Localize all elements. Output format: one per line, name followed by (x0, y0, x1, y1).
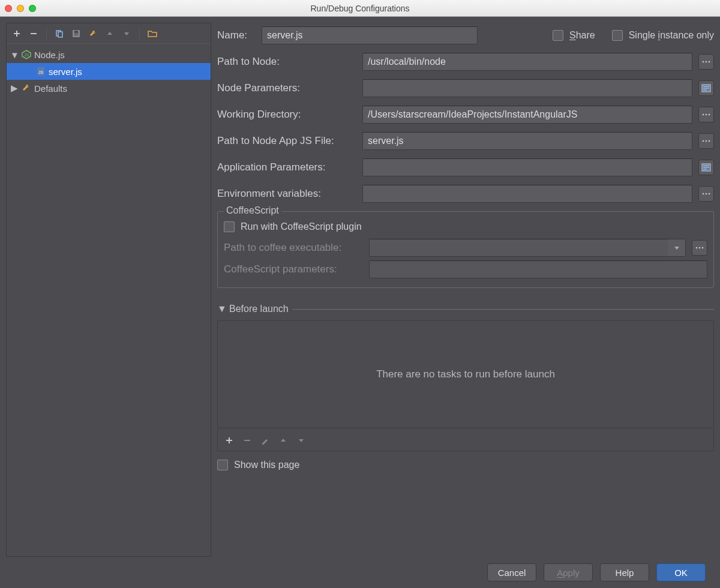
app-js-label: Path to Node App JS File: (217, 135, 356, 147)
separator (139, 28, 140, 39)
single-instance-checkbox[interactable] (612, 30, 623, 41)
coffee-params-label: CoffeeScript parameters: (224, 263, 363, 275)
titlebar: Run/Debug Configurations (0, 0, 720, 17)
node-parameters-input[interactable] (362, 79, 692, 97)
config-panel: Name: Share Single instance only Path to… (217, 23, 714, 557)
browse-button[interactable] (698, 107, 714, 122)
share-checkbox[interactable] (553, 30, 563, 41)
add-icon[interactable] (224, 435, 235, 446)
coffee-path-label: Path to coffee executable: (224, 242, 363, 254)
env-vars-input[interactable] (362, 185, 692, 203)
show-page-checkbox[interactable] (217, 460, 228, 470)
working-dir-label: Working Directory: (217, 109, 356, 121)
coffee-path-combo[interactable] (369, 239, 686, 257)
separator (46, 28, 47, 39)
env-vars-label: Environment variables: (217, 188, 356, 200)
svg-point-15 (703, 140, 704, 142)
node-parameters-label: Node Parameters: (217, 82, 356, 94)
svg-rect-3 (74, 31, 78, 33)
svg-rect-1 (58, 32, 62, 37)
remove-icon[interactable] (242, 435, 253, 446)
svg-point-22 (696, 247, 698, 249)
svg-point-8 (703, 61, 704, 63)
folder-icon[interactable] (146, 27, 159, 40)
env-vars-row: Environment variables: (217, 181, 714, 206)
wrench-icon[interactable] (86, 27, 100, 40)
ok-button[interactable]: OK (656, 563, 706, 581)
rule (292, 309, 714, 310)
sidebar: ▼ JS Node.js JS server.js ▶ Defaults (6, 23, 211, 557)
help-button[interactable]: Help (600, 563, 649, 581)
browse-button[interactable] (698, 186, 714, 202)
app-js-input[interactable] (362, 132, 692, 150)
browse-button[interactable] (692, 240, 707, 256)
coffee-params-input[interactable] (369, 260, 707, 278)
browse-button[interactable] (698, 133, 714, 149)
name-row: Name: Share Single instance only (217, 23, 714, 48)
sidebar-toolbar (7, 23, 211, 44)
coffeescript-group: CoffeeScript Run with CoffeeScript plugi… (217, 211, 714, 288)
svg-point-12 (703, 114, 704, 116)
path-to-node-input[interactable] (362, 53, 692, 71)
coffee-path-row: Path to coffee executable: (224, 237, 707, 259)
app-params-input[interactable] (362, 158, 692, 176)
coffeescript-group-title: CoffeeScript (224, 205, 281, 216)
browse-button[interactable] (698, 54, 714, 70)
app-params-label: Application Parameters: (217, 161, 356, 173)
save-icon[interactable] (70, 27, 83, 40)
working-dir-row: Working Directory: (217, 102, 714, 127)
before-launch-list[interactable]: There are no tasks to run before launch (217, 320, 714, 428)
svg-point-19 (703, 193, 704, 195)
chevron-down-icon[interactable]: ▼ (10, 50, 19, 60)
coffee-run-label: Run with CoffeeScript plugin (241, 221, 362, 232)
svg-point-23 (699, 247, 701, 249)
coffee-run-checkbox[interactable] (224, 221, 235, 232)
apply-button[interactable]: Apply (544, 563, 593, 581)
config-tree[interactable]: ▼ JS Node.js JS server.js ▶ Defaults (7, 44, 211, 556)
coffee-run-row: Run with CoffeeScript plugin (224, 217, 707, 237)
name-input[interactable] (262, 26, 478, 44)
before-launch-empty: There are no tasks to run before launch (376, 368, 555, 380)
single-instance-label: Single instance only (629, 30, 714, 41)
chevron-down-icon[interactable] (668, 239, 686, 257)
expand-button[interactable] (698, 80, 714, 96)
js-file-icon: JS (35, 66, 46, 77)
coffee-path-input[interactable] (369, 239, 668, 257)
nodejs-icon: JS (21, 49, 32, 60)
tree-node-defaults[interactable]: ▶ Defaults (7, 80, 211, 97)
remove-icon[interactable] (27, 27, 40, 40)
edit-icon[interactable] (260, 435, 271, 446)
down-icon[interactable] (296, 435, 307, 446)
chevron-right-icon[interactable]: ▶ (10, 83, 19, 94)
show-page-label: Show this page (234, 460, 299, 470)
window-title: Run/Debug Configurations (0, 4, 720, 13)
tree-node-nodejs[interactable]: ▼ JS Node.js (7, 46, 211, 63)
expand-button[interactable] (698, 160, 714, 175)
up-icon[interactable] (278, 435, 289, 446)
show-page-row: Show this page (217, 460, 714, 470)
before-launch-title: Before launch (229, 304, 289, 314)
before-launch-header[interactable]: ▼ Before launch (217, 304, 714, 314)
tree-label: server.js (49, 67, 82, 77)
cancel-button[interactable]: Cancel (487, 563, 536, 581)
app-params-row: Application Parameters: (217, 155, 714, 180)
share-label: Share (569, 30, 595, 41)
coffee-params-row: CoffeeScript parameters: (224, 259, 707, 280)
add-icon[interactable] (10, 27, 23, 40)
copy-icon[interactable] (53, 27, 66, 40)
svg-point-21 (709, 193, 710, 195)
path-to-node-label: Path to Node: (217, 56, 356, 68)
svg-point-17 (709, 140, 710, 142)
dialog-footer: Cancel Apply Help OK (0, 557, 720, 588)
down-icon[interactable] (120, 27, 133, 40)
chevron-down-icon[interactable]: ▼ (217, 304, 226, 314)
svg-point-24 (702, 247, 704, 249)
up-icon[interactable] (103, 27, 116, 40)
svg-point-10 (709, 61, 710, 63)
tree-node-serverjs[interactable]: JS server.js (7, 63, 211, 80)
working-dir-input[interactable] (362, 106, 692, 124)
svg-point-9 (706, 61, 707, 63)
svg-text:JS: JS (24, 53, 29, 57)
svg-point-14 (709, 114, 710, 116)
before-launch-toolbar (217, 430, 714, 451)
